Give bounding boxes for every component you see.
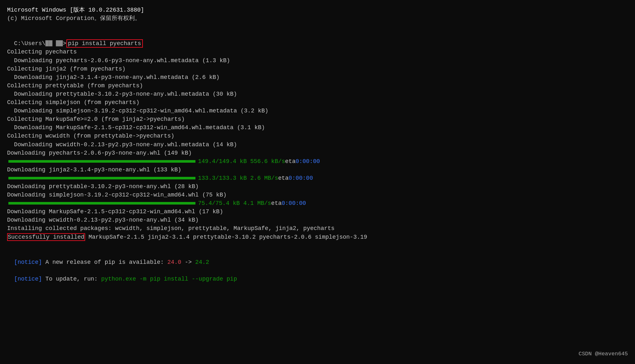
prompt-line: C:\Users\██ ██>pip install pyecharts (7, 31, 628, 48)
notice-line-2: [notice] To update, run: python.exe -m p… (7, 266, 628, 283)
success-rest: MarkupSafe-2.1.5 jinja2-3.1.4 prettytabl… (85, 234, 367, 240)
progress-eta-label-2: eta (278, 174, 288, 182)
progress-stats-2: 133.3/133.3 kB 2.6 MB/s (198, 174, 278, 182)
progress-fill-3 (8, 202, 195, 205)
output-11: Downloading wcwidth-0.2.13-py2.py3-none-… (7, 140, 628, 149)
blank-line2 (7, 241, 628, 250)
output-3: Downloading jinja2-3.1.4-py3-none-any.wh… (7, 73, 628, 81)
output-18: Installing collected packages: wcwidth, … (7, 224, 628, 233)
watermark: CSDN @Heaven645 (579, 350, 628, 358)
prompt-command: pip install pyecharts (68, 40, 141, 47)
progress-bar-3: 75.4/75.4 kB 4.1 MB/s eta 0:00:00 (7, 199, 628, 207)
output-9: Downloading MarkupSafe-2.1.5-cp312-cp312… (7, 123, 628, 132)
output-5: Downloading prettytable-3.10.2-py3-none-… (7, 90, 628, 98)
progress-eta-val-3: 0:00:00 (282, 199, 306, 207)
prompt-redacted: ██ ██ (45, 40, 63, 47)
notice1-new-version: 24.2 (195, 259, 209, 265)
success-line: Successfully installed MarkupSafe-2.1.5 … (7, 233, 628, 241)
progress-eta-val-1: 0:00:00 (295, 157, 320, 166)
output-17: Downloading wcwidth-0.2.13-py2.py3-none-… (7, 216, 628, 224)
progress-bar-1: 149.4/149.4 kB 556.6 kB/s eta 0:00:00 (7, 157, 628, 166)
notice1-text: A new release of pip is available: (42, 259, 167, 265)
progress-fill-2 (8, 177, 195, 179)
output-10: Collecting wcwidth (from prettytable->py… (7, 132, 628, 140)
header-line1: Microsoft Windows [版本 10.0.22631.3880] (7, 6, 628, 14)
progress-stats-3: 75.4/75.4 kB 4.1 MB/s (198, 199, 271, 207)
output-6: Collecting simplejson (from pyecharts) (7, 98, 628, 107)
progress-eta-label-3: eta (271, 199, 282, 207)
notice2-text: To update, run: (42, 276, 101, 282)
notice1-bracket: [notice] (14, 259, 42, 265)
output-1: Downloading pyecharts-2.0.6-py3-none-any… (7, 56, 628, 65)
output-12: Downloading pyecharts-2.0.6-py3-none-any… (7, 149, 628, 157)
output-15: Downloading simplejson-3.19.2-cp312-cp31… (7, 191, 628, 199)
prompt-gt: > (63, 40, 66, 47)
notice-line-1: [notice] A new release of pip is availab… (7, 250, 628, 266)
notice1-arrow: -> (181, 259, 195, 265)
output-16: Downloading MarkupSafe-2.1.5-cp312-cp312… (7, 207, 628, 216)
success-highlighted: Successfully installed (7, 233, 85, 241)
output-2: Collecting jinja2 (from pyecharts) (7, 65, 628, 73)
notice1-old-version: 24.0 (167, 259, 181, 265)
header-line2: (c) Microsoft Corporation。保留所有权利。 (7, 14, 628, 23)
output-13: Downloading jinja2-3.1.4-py3-none-any.wh… (7, 166, 628, 174)
notice2-bracket: [notice] (14, 276, 42, 282)
progress-fill-1 (8, 160, 195, 163)
progress-eta-label-1: eta (285, 157, 295, 166)
output-14: Downloading prettytable-3.10.2-py3-none-… (7, 182, 628, 191)
output-8: Collecting MarkupSafe>=2.0 (from jinja2-… (7, 115, 628, 123)
output-7: Downloading simplejson-3.19.2-cp312-cp31… (7, 107, 628, 115)
notice2-command: python.exe -m pip install --upgrade pip (101, 276, 237, 282)
blank-line1 (7, 23, 628, 31)
progress-bar-2: 133.3/133.3 kB 2.6 MB/s eta 0:00:00 (7, 174, 628, 182)
prompt-path: C:\Users\ (14, 40, 45, 47)
output-4: Collecting prettytable (from pyecharts) (7, 81, 628, 90)
output-0: Collecting pyecharts (7, 48, 628, 56)
progress-stats-1: 149.4/149.4 kB 556.6 kB/s (198, 157, 285, 166)
command-highlight: pip install pyecharts (66, 39, 143, 48)
progress-eta-val-2: 0:00:00 (289, 174, 313, 182)
